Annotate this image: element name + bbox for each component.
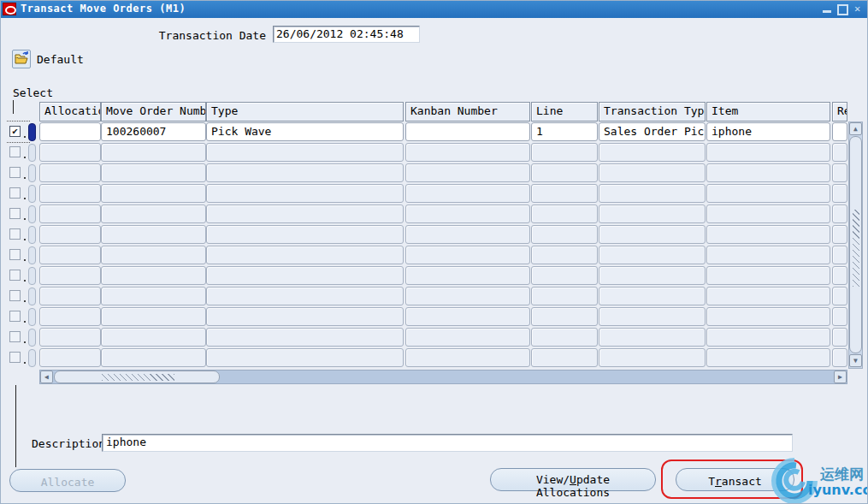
table-cell-line[interactable] <box>531 163 598 182</box>
row-select-checkbox[interactable] <box>9 167 21 178</box>
table-cell-transaction_type[interactable] <box>599 163 706 182</box>
record-indicator[interactable] <box>28 205 36 223</box>
table-cell-type[interactable] <box>206 184 404 203</box>
table-cell-move_order_number[interactable] <box>101 163 206 182</box>
table-cell-line[interactable]: 1 <box>531 122 598 141</box>
table-cell-kanban_number[interactable] <box>405 205 530 223</box>
allocate-button[interactable]: Allocate <box>9 469 126 492</box>
table-cell-allocation[interactable] <box>39 205 101 223</box>
table-cell-type[interactable] <box>206 266 404 285</box>
column-header-move-order-number[interactable]: Move Order Number <box>101 102 206 122</box>
table-cell-kanban_number[interactable] <box>405 163 530 182</box>
row-select-checkbox[interactable] <box>9 352 21 363</box>
table-cell-transaction_type[interactable] <box>599 246 706 264</box>
close-icon[interactable]: ✕ <box>852 3 863 15</box>
table-cell-allocation[interactable] <box>39 143 101 162</box>
table-cell-move_order_number[interactable] <box>101 307 206 326</box>
table-cell-move_order_number[interactable] <box>101 287 206 305</box>
table-cell-re[interactable] <box>832 328 847 347</box>
table-cell-line[interactable] <box>531 205 598 223</box>
table-cell-kanban_number[interactable] <box>405 287 530 305</box>
table-cell-move_order_number[interactable] <box>101 246 206 264</box>
record-indicator[interactable] <box>28 267 36 285</box>
table-cell-item[interactable] <box>706 307 830 326</box>
table-cell-type[interactable] <box>206 143 404 162</box>
row-select-checkbox[interactable] <box>9 331 21 342</box>
table-cell-move_order_number[interactable] <box>101 205 206 223</box>
table-cell-item[interactable] <box>706 184 830 203</box>
table-cell-item[interactable]: iphone <box>706 122 830 141</box>
row-select-checkbox[interactable] <box>9 228 21 240</box>
table-cell-transaction_type[interactable]: Sales Order Pick <box>599 122 706 141</box>
column-header-item[interactable]: Item <box>706 102 830 122</box>
record-indicator[interactable] <box>28 349 36 367</box>
table-cell-re[interactable] <box>832 307 847 326</box>
table-cell-re[interactable] <box>832 266 847 285</box>
table-cell-type[interactable] <box>206 348 404 367</box>
record-indicator[interactable] <box>28 246 36 264</box>
vertical-scrollbar-thumb[interactable] <box>849 136 862 353</box>
row-select-checkbox[interactable] <box>9 187 21 199</box>
record-indicator[interactable] <box>28 144 36 162</box>
table-cell-allocation[interactable] <box>39 307 101 326</box>
table-cell-kanban_number[interactable] <box>405 122 530 141</box>
table-cell-item[interactable] <box>706 328 830 347</box>
table-cell-move_order_number[interactable] <box>101 143 206 162</box>
title-bar[interactable]: Transact Move Orders (M1) ✕ <box>1 1 868 18</box>
record-indicator[interactable] <box>28 288 36 305</box>
table-cell-line[interactable] <box>531 143 598 162</box>
table-cell-type[interactable] <box>206 328 404 347</box>
table-cell-allocation[interactable] <box>39 348 101 367</box>
column-header-transaction-type[interactable]: Transaction Type <box>599 102 706 122</box>
table-cell-kanban_number[interactable] <box>405 246 530 264</box>
table-cell-type[interactable] <box>206 163 404 182</box>
record-indicator[interactable] <box>28 185 36 203</box>
column-header-type[interactable]: Type <box>206 102 404 122</box>
table-cell-transaction_type[interactable] <box>599 225 706 244</box>
table-cell-re[interactable] <box>832 122 847 141</box>
table-cell-allocation[interactable] <box>39 225 101 244</box>
table-cell-move_order_number[interactable] <box>101 328 206 347</box>
table-cell-line[interactable] <box>531 307 598 326</box>
row-select-checkbox[interactable] <box>9 146 21 157</box>
table-cell-type[interactable] <box>206 307 404 326</box>
table-cell-re[interactable] <box>832 348 847 367</box>
scroll-up-icon[interactable]: ▲ <box>849 122 862 135</box>
table-cell-line[interactable] <box>531 184 598 203</box>
row-select-checkbox[interactable] <box>9 290 21 301</box>
table-cell-re[interactable] <box>832 205 847 223</box>
table-cell-allocation[interactable] <box>39 246 101 264</box>
table-cell-transaction_type[interactable] <box>599 328 706 347</box>
table-cell-type[interactable] <box>206 205 404 223</box>
description-field[interactable]: iphone <box>102 434 793 452</box>
table-cell-kanban_number[interactable] <box>405 225 530 244</box>
record-indicator[interactable] <box>28 123 36 141</box>
table-cell-item[interactable] <box>706 205 830 223</box>
default-folder-button[interactable] <box>12 50 31 68</box>
table-cell-allocation[interactable] <box>39 122 101 141</box>
horizontal-scrollbar-thumb[interactable] <box>54 371 220 383</box>
column-header-allocation[interactable]: Allocatio <box>39 102 101 122</box>
table-cell-type[interactable]: Pick Wave <box>206 122 404 141</box>
table-cell-transaction_type[interactable] <box>599 307 706 326</box>
record-indicator[interactable] <box>28 164 36 182</box>
maximize-icon[interactable] <box>836 3 847 15</box>
table-cell-move_order_number[interactable] <box>101 266 206 285</box>
table-cell-allocation[interactable] <box>39 266 101 285</box>
view-update-allocations-button[interactable]: View/Update Allocations <box>490 468 656 491</box>
table-cell-kanban_number[interactable] <box>405 307 530 326</box>
table-cell-item[interactable] <box>706 143 830 162</box>
table-cell-transaction_type[interactable] <box>599 184 706 203</box>
record-indicator[interactable] <box>28 226 36 244</box>
table-cell-line[interactable] <box>531 266 598 285</box>
row-select-checkbox[interactable] <box>9 249 21 260</box>
table-cell-item[interactable] <box>706 225 830 244</box>
scroll-down-icon[interactable]: ▼ <box>849 354 862 367</box>
table-cell-type[interactable] <box>206 287 404 305</box>
row-select-checkbox[interactable]: ✔ <box>9 126 21 137</box>
table-cell-line[interactable] <box>531 246 598 264</box>
table-cell-transaction_type[interactable] <box>599 205 706 223</box>
table-cell-transaction_type[interactable] <box>599 287 706 305</box>
record-indicator[interactable] <box>28 329 36 347</box>
table-cell-re[interactable] <box>832 143 847 162</box>
